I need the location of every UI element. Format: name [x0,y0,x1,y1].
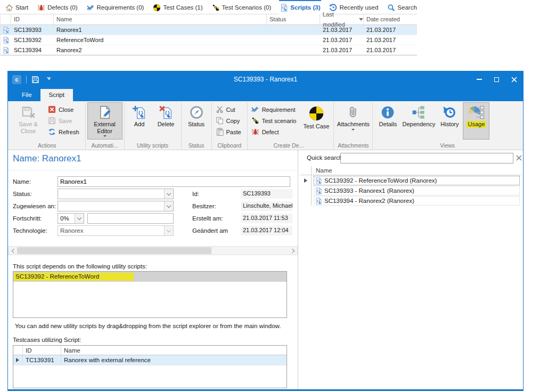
quick-search-label: Quick search [307,154,342,161]
header-id[interactable]: ID [11,14,54,24]
attachments-button[interactable]: Attachments [336,102,371,140]
quick-access-dropdown-icon[interactable] [47,77,51,81]
table-row[interactable]: SC139393 Ranorex1 21.03.2017 21.03.2017 [1,25,417,35]
header-date-created[interactable]: Date created [364,14,416,24]
test-scenario-icon [212,4,220,12]
usage-pie-icon [468,105,485,119]
tab-file[interactable]: File [13,89,40,101]
close-script-button[interactable]: Close [46,104,84,115]
status-icon [190,105,203,119]
close-red-icon [48,105,56,113]
progress-combobox[interactable]: 0% [58,213,84,224]
close-button[interactable] [505,71,523,87]
view-details-button[interactable]: Details [374,102,401,140]
dialog-content: Name: Ranorex1 Name: Status: Id: SC13939… [8,150,523,389]
copy-button[interactable]: Copy [214,115,246,126]
quick-save-icon[interactable] [31,76,39,84]
header-status[interactable]: Status [267,14,320,24]
progress-text-input[interactable] [87,213,174,224]
scroll-left-button[interactable] [9,247,17,255]
external-editor-button[interactable]: External Editor [87,102,122,140]
script-icon [3,27,10,34]
maximize-button[interactable] [488,71,505,87]
home-icon [5,4,13,12]
id-label: Id: [192,189,199,199]
header-name[interactable]: Name [54,14,267,24]
nav-tab-scripts[interactable]: Scripts (3) [279,0,321,14]
nav-tab-test-scenarios[interactable]: Test Scenarios (0) [211,0,273,14]
maximize-icon [494,77,499,82]
header-id[interactable]: ID [23,346,61,355]
minimize-button[interactable] [470,71,488,87]
cut-button[interactable]: Cut [214,104,246,115]
script-icon [280,4,288,12]
save-button[interactable]: Save [46,115,84,126]
ribbon-group-automation: External Editor Automati... [85,102,124,150]
clear-search-icon[interactable] [516,155,522,161]
create-test-scenario-button[interactable]: Test scenario [249,115,301,126]
nav-tab-defects[interactable]: Defects (0) [36,0,78,14]
app-icon[interactable]: c [12,75,21,84]
nav-tab-label: Start [15,4,28,11]
dialog-titlebar[interactable]: c SC139393 - Ranorex1 [8,71,523,87]
view-dependency-button[interactable]: Dependency [401,102,436,140]
horizontal-scrollbar[interactable] [8,246,298,255]
chevron-down-icon[interactable] [164,189,173,199]
chevron-down-icon[interactable] [164,201,173,211]
chevron-down-icon[interactable] [75,214,84,223]
create-requirement-button[interactable]: Requirement [249,104,301,115]
ribbon-group-utility-scripts: Add Delete Utility scripts [124,102,181,150]
table-row[interactable]: SC139392 ReferenceToWord 21.03.2017 21.0… [1,35,417,45]
group-label-automation: Automati... [91,142,118,150]
save-close-icon [21,105,35,119]
nav-tab-label: Requirements (0) [97,4,144,11]
technology-combobox[interactable]: Ranorex [58,225,174,236]
nav-tab-label: Test Scenarios (0) [222,4,272,11]
create-defect-button[interactable]: Defect [249,126,301,137]
paste-button[interactable]: Paste [214,126,246,137]
list-item[interactable]: SC139392 - ReferenceToWord (Ranorex) [300,175,521,185]
create-test-case-button[interactable]: Test Case [300,102,332,140]
nav-tab-search[interactable]: Search [386,0,418,14]
usage-scripts-grid: Name SC139392 - ReferenceToWord (Ranorex… [300,166,521,206]
nav-tab-test-cases[interactable]: Test Cases (1) [152,0,203,14]
status-button[interactable]: Status [183,102,210,140]
usage-grid-header: Name [300,166,521,175]
table-row[interactable]: TC139391 Ranorex with external reference [13,355,287,365]
scrollbar-thumb[interactable] [17,247,211,254]
header-name[interactable]: Name [312,166,332,175]
ribbon-group-actions: Save & Close Close Save Refresh [9,102,85,150]
assigned-combobox[interactable] [58,201,174,211]
list-item[interactable]: SC139393 - Ranorex1 (Ranorex) [300,185,521,195]
nav-tab-label: Search [397,4,416,11]
progress-label: Fortschritt: [13,213,42,224]
nav-tab-requirements[interactable]: Requirements (0) [86,0,145,14]
delete-utility-script-button[interactable]: Delete [153,102,179,140]
view-history-button[interactable]: History [436,102,463,140]
view-usage-button[interactable]: Usage [463,102,489,140]
header-name[interactable]: Name [61,346,287,355]
requirement-icon [251,105,259,113]
status-combobox[interactable] [58,189,174,199]
details-info-icon [381,105,395,119]
ribbon-group-create-dependent: Requirement Test scenario Defect Test Ca… [247,102,334,150]
header-marker-cell [13,346,23,355]
modified-value: 21.03.2017 12:04 [241,226,292,235]
utility-scripts-listbox[interactable]: SC139392 - ReferenceToWord [13,271,287,318]
testcases-label: Testcases utilizing Script: [13,337,81,343]
name-input[interactable] [58,176,290,187]
quick-search-input[interactable] [340,153,513,164]
list-item[interactable]: SC139392 - ReferenceToWord [13,272,287,282]
list-item[interactable]: SC139394 - Ranorex2 (Ranorex) [300,195,521,206]
table-row[interactable]: SC139394 Ranorex2 21.03.2017 21.03.2017 [1,45,417,55]
save-and-close-button[interactable]: Save & Close [11,102,46,140]
scroll-right-button[interactable] [289,247,297,255]
refresh-button[interactable]: Refresh [46,126,84,137]
header-last-modified[interactable]: Last modified [320,14,364,24]
script-icon [315,198,322,205]
add-utility-script-button[interactable]: Add [126,102,153,140]
page-title: Name: Ranorex1 [13,153,81,164]
nav-tab-label: Test Cases (1) [163,4,202,11]
tab-script[interactable]: Script [40,89,73,101]
nav-tab-start[interactable]: Start [4,0,29,14]
